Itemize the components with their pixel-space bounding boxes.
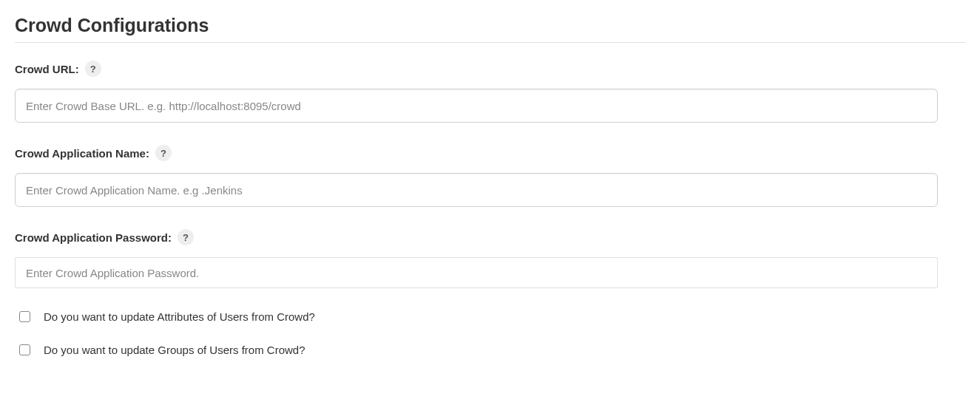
- crowd-url-label: Crowd URL:: [15, 63, 79, 75]
- page-title: Crowd Configurations: [15, 15, 965, 43]
- update-groups-row: Do you want to update Groups of Users fr…: [15, 344, 965, 356]
- crowd-app-name-field-group: Crowd Application Name: ?: [15, 145, 965, 207]
- update-attributes-row: Do you want to update Attributes of User…: [15, 310, 965, 323]
- update-attributes-label[interactable]: Do you want to update Attributes of User…: [44, 310, 315, 323]
- help-icon[interactable]: ?: [155, 145, 172, 161]
- update-attributes-checkbox[interactable]: [19, 311, 30, 322]
- crowd-app-password-field-group: Crowd Application Password: ?: [15, 229, 965, 288]
- crowd-app-name-label-row: Crowd Application Name: ?: [15, 145, 965, 161]
- crowd-url-field-group: Crowd URL: ?: [15, 61, 965, 123]
- crowd-app-password-label-row: Crowd Application Password: ?: [15, 229, 965, 245]
- crowd-app-password-input[interactable]: [15, 257, 938, 288]
- crowd-app-name-label: Crowd Application Name:: [15, 147, 149, 160]
- update-groups-label[interactable]: Do you want to update Groups of Users fr…: [44, 344, 305, 356]
- crowd-app-name-input[interactable]: [15, 173, 938, 207]
- crowd-url-input[interactable]: [15, 89, 938, 123]
- crowd-url-label-row: Crowd URL: ?: [15, 61, 965, 77]
- update-groups-checkbox[interactable]: [19, 344, 30, 355]
- crowd-app-password-label: Crowd Application Password:: [15, 231, 172, 244]
- help-icon[interactable]: ?: [85, 61, 101, 77]
- help-icon[interactable]: ?: [178, 229, 194, 245]
